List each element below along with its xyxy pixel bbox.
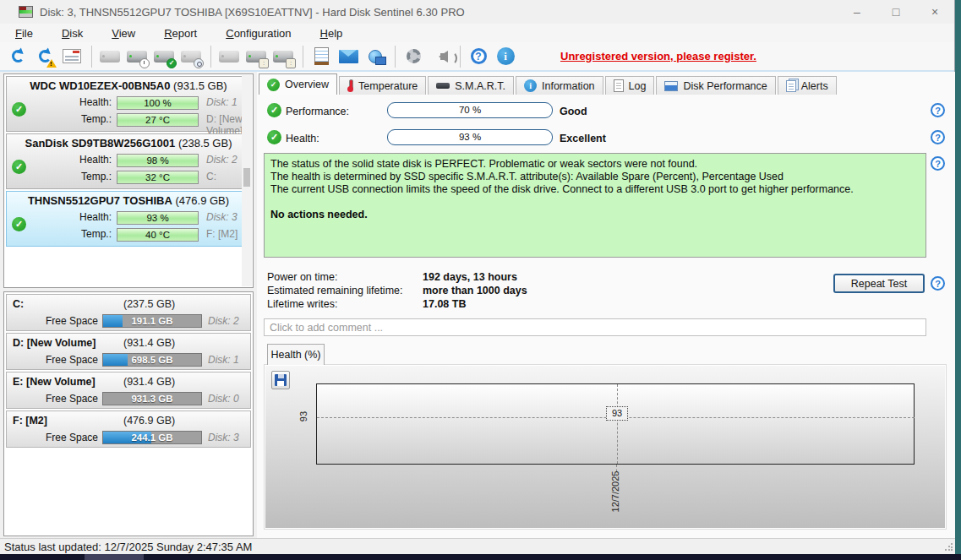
information-icon: i (524, 79, 537, 92)
network-icon[interactable] (363, 45, 388, 68)
health-label: Health: (286, 133, 319, 144)
disk-gray-icon[interactable] (216, 45, 242, 68)
free-space-label: Free Space (24, 393, 98, 405)
repeat-test-help-icon[interactable]: ? (931, 276, 945, 291)
partition-entry-c[interactable]: C: (237.5 GB) Free Space 191.1 GB Disk: … (6, 294, 251, 331)
disk-name: SanDisk SD9TB8W256G1001 (25, 137, 176, 150)
menu-bar: File Disk View Report Configuration Help (0, 24, 954, 42)
disk-entry-toshiba-selected[interactable]: THNSN5512GPU7 TOSHIBA (476.9 GB) Health:… (6, 191, 251, 247)
sidebar: WDC WD10EZEX-00BN5A0 (931.5 GB) Health: … (0, 72, 256, 538)
repeat-test-button[interactable]: Repeat Test (833, 274, 925, 293)
status-bar-text: Status last updated: 12/7/2025 Sunday 2:… (4, 541, 252, 553)
menu-report[interactable]: Report (156, 25, 205, 41)
menu-view[interactable]: View (103, 25, 144, 41)
status-help-icon[interactable]: ? (931, 156, 945, 171)
tab-smart[interactable]: S.M.A.R.T. (428, 76, 514, 95)
status-line: The status of the solid state disk is PE… (270, 158, 920, 171)
disk-scan-icon[interactable] (178, 45, 204, 68)
partition-entry-f[interactable]: F: [M2] (476.9 GB) Free Space 244.1 GB D… (6, 410, 251, 448)
close-button[interactable]: × (915, 0, 954, 24)
disk-list-scrollbar[interactable] (242, 75, 252, 286)
alerts-pages-icon (786, 80, 796, 92)
performance-help-icon[interactable]: ? (931, 103, 945, 117)
temp-label: Temp.: (32, 113, 112, 125)
status-line: The health is determined by SSD specific… (270, 171, 920, 183)
lifetime-label: Estimated remaining lifetime: (267, 285, 419, 296)
comment-input[interactable] (264, 318, 926, 336)
notes-icon[interactable] (309, 45, 334, 68)
partition-disk: Disk: 1 (208, 354, 239, 366)
writes-value: 17.08 TB (423, 298, 466, 310)
chart-dashed-vline (617, 384, 618, 464)
poweron-label: Power on time: (267, 271, 419, 283)
disk-schedule-icon[interactable] (124, 45, 150, 68)
info-icon[interactable]: i (493, 45, 518, 68)
temp-label: Temp.: (32, 228, 112, 240)
resize-grip[interactable] (944, 543, 953, 552)
partition-name: F: [M2] (13, 415, 47, 427)
chart-tab-health[interactable]: Health (%) (267, 344, 325, 365)
tab-information[interactable]: iInformation (516, 76, 603, 95)
report-icon[interactable] (59, 45, 85, 68)
health-label: Health: (32, 211, 112, 223)
disk-entry-sandisk[interactable]: SanDisk SD9TB8W256G1001 (238.5 GB) Healt… (6, 133, 251, 189)
health-value: 93 % (388, 132, 552, 142)
maximize-button[interactable]: □ (876, 0, 915, 24)
settings-gear-icon[interactable] (401, 45, 426, 68)
partition-name: E: [New Volume] (13, 376, 96, 388)
free-space-bar: 191.1 GB (102, 314, 202, 328)
status-line: The current USB connection limits the sp… (270, 183, 920, 196)
temp-label: Temp.: (32, 171, 112, 182)
disk-accept-icon[interactable] (151, 45, 177, 68)
free-space-bar: 931.3 GB (102, 392, 202, 405)
toolbar-separator (460, 46, 461, 68)
partition-disk: Disk: 3 (208, 432, 239, 443)
performance-meter: 70 % (387, 102, 553, 118)
toolbar-separator (91, 46, 92, 68)
title-bar: Disk: 3, THNSN5512GPU7 TOSHIBA [X69S10EA… (0, 0, 954, 24)
tab-temperature[interactable]: Temperature (339, 76, 426, 95)
desktop-edge (955, 0, 961, 554)
free-space-label: Free Space (24, 354, 98, 366)
health-help-icon[interactable]: ? (931, 130, 945, 144)
sound-icon[interactable] (428, 45, 453, 68)
menu-disk[interactable]: Disk (53, 25, 91, 41)
menu-file[interactable]: File (7, 25, 41, 41)
partition-entry-e[interactable]: E: [New Volume] (931.4 GB) Free Space 93… (6, 372, 251, 409)
help-icon[interactable]: ? (466, 45, 491, 68)
disk-size: (238.5 GB) (178, 137, 232, 150)
free-space-value: 244.1 GB (103, 432, 201, 444)
tab-log[interactable]: Log (605, 76, 655, 95)
health-bar: 100 % (117, 96, 199, 110)
temp-bar: 40 °C (117, 228, 199, 242)
refresh-icon[interactable] (5, 45, 30, 68)
disk-eject-icon[interactable] (243, 45, 269, 68)
partition-entry-d[interactable]: D: [New Volume] (931.4 GB) Free Space 69… (6, 333, 251, 370)
chart-panel: 93 93 12/7/2025 (264, 364, 947, 530)
tab-alerts[interactable]: Alerts (778, 76, 837, 95)
disk-insert-icon[interactable] (270, 45, 296, 68)
menu-configuration[interactable]: Configuration (217, 25, 299, 41)
toolbar-separator (303, 46, 303, 68)
partition-disk: Disk: 2 (208, 315, 239, 327)
tab-disk-performance[interactable]: Disk Performance (656, 76, 775, 95)
performance-ok-icon (267, 103, 281, 117)
save-chart-button[interactable] (271, 371, 290, 389)
chart-x-label: 12/7/2025 (610, 466, 622, 517)
toolbar-separator (210, 46, 211, 68)
disk-size: (476.9 GB) (176, 194, 230, 207)
disk-entry-wdc[interactable]: WDC WD10EZEX-00BN5A0 (931.5 GB) Health: … (6, 76, 251, 132)
status-text-box: The status of the solid state disk is PE… (264, 153, 926, 258)
health-label: Health: (32, 96, 112, 108)
tab-overview[interactable]: Overview (259, 73, 337, 95)
menu-help[interactable]: Help (312, 25, 352, 41)
refresh-warning-icon[interactable] (32, 45, 57, 68)
mail-icon[interactable] (336, 45, 361, 68)
health-ok-icon (267, 130, 281, 144)
performance-chart-icon (664, 81, 678, 91)
unregistered-link[interactable]: Unregistered version, please register. (560, 50, 756, 63)
free-space-label: Free Space (24, 315, 98, 327)
minimize-button[interactable]: – (838, 0, 876, 24)
health-rating: Excellent (560, 133, 606, 144)
disk-offline-icon[interactable] (97, 45, 123, 68)
